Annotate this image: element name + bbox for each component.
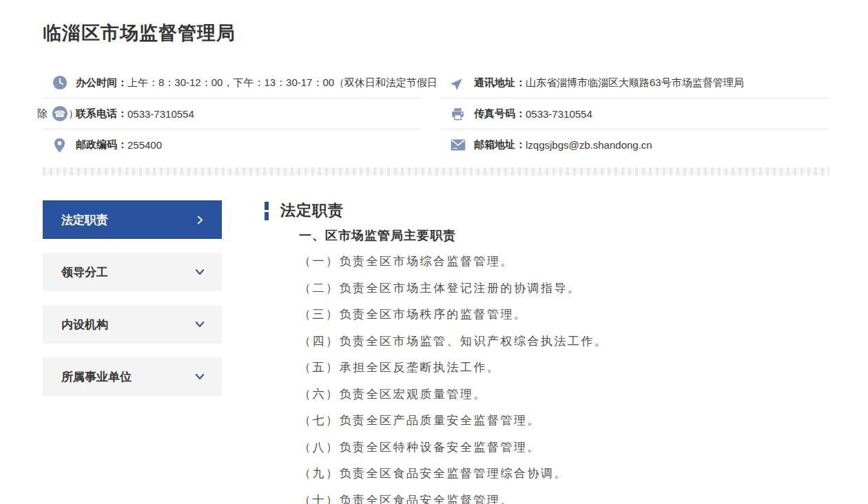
chevron-down-icon <box>194 266 206 278</box>
fax-value: 0533-7310554 <box>526 108 592 120</box>
duty-item: （五）承担全区反垄断执法工作。 <box>299 355 829 381</box>
chevron-down-icon <box>194 370 206 383</box>
chevron-down-icon <box>194 318 206 330</box>
main-content: 法定职责 一、区市场监管局主要职责 （一）负责全区市场综合监督管理。 （二）负责… <box>265 200 829 504</box>
duty-item: （六）负责全区宏观质量管理。 <box>299 381 829 408</box>
sidebar-item-affiliated-units[interactable]: 所属事业单位 <box>43 357 222 396</box>
chevron-right-icon <box>194 214 206 226</box>
sidebar-item-label: 所属事业单位 <box>61 369 132 385</box>
fax-row: 传真号码： 0533-7310554 <box>441 98 829 129</box>
email-row: 邮箱地址： lzqgsjbgs@zb.shandong.cn <box>441 129 829 160</box>
fax-label: 传真号码： <box>474 107 526 120</box>
section-header: 法定职责 <box>265 200 829 221</box>
send-icon <box>450 75 466 91</box>
fax-icon <box>450 106 466 122</box>
duties-list: （一）负责全区市场综合监督管理。 （二）负责全区市场主体登记注册的协调指导。 （… <box>299 249 829 504</box>
clock-icon <box>52 75 68 91</box>
sidebar-item-leadership[interactable]: 领导分工 <box>43 253 222 291</box>
sidebar-item-label: 内设机构 <box>61 317 108 333</box>
section-marker-bar <box>265 202 269 220</box>
phone-label: 联系电话： <box>76 107 127 120</box>
sidebar-nav: 法定职责 领导分工 内设机构 所属事业单位 <box>43 200 222 410</box>
duty-item: （十）负责全区食品安全监督管理。 <box>299 487 829 504</box>
duty-item: （八）负责全区特种设备安全监督管理。 <box>299 434 829 461</box>
office-hours-wrap-prefix: 除 <box>37 107 48 120</box>
duty-item: （四）负责全区市场监管、知识产权综合执法工作。 <box>299 328 829 355</box>
phone-row: 除 ） ☎ 联系电话： 0533-7310554 <box>43 98 422 129</box>
office-hours-row: 办公时间： 上午：8：30-12：00，下午：13：30-17：00（双休日和法… <box>43 67 422 98</box>
phone-value: 0533-7310554 <box>127 108 194 120</box>
sidebar-item-legal-duties[interactable]: 法定职责 <box>43 200 222 239</box>
office-hours-value: 上午：8：30-12：00，下午：13：30-17：00（双休日和法定节假日 <box>127 76 437 90</box>
email-value: lzqgsjbgs@zb.shandong.cn <box>526 139 652 151</box>
section-title: 法定职责 <box>280 200 344 221</box>
address-row: 通讯地址： 山东省淄博市临淄区大顺路63号市场监督管理局 <box>441 67 829 98</box>
office-hours-label: 办公时间： <box>76 76 127 90</box>
sidebar-item-internal-orgs[interactable]: 内设机构 <box>43 305 222 344</box>
sidebar-item-label: 法定职责 <box>61 212 108 228</box>
duty-item: （三）负责全区市场秩序的监督管理。 <box>299 302 829 328</box>
page-title: 临淄区市场监督管理局 <box>43 0 829 45</box>
location-pin-icon <box>52 137 68 153</box>
sidebar-item-label: 领导分工 <box>61 264 108 280</box>
address-label: 通讯地址： <box>474 76 526 90</box>
email-label: 邮箱地址： <box>474 138 526 151</box>
address-value: 山东省淄博市临淄区大顺路63号市场监督管理局 <box>526 76 744 90</box>
duty-item: （一）负责全区市场综合监督管理。 <box>299 249 829 275</box>
duty-item: （二）负责全区市场主体登记注册的协调指导。 <box>299 275 829 302</box>
office-hours-wrap-suffix: ） <box>68 107 79 120</box>
postcode-label: 邮政编码： <box>76 138 127 151</box>
subsection-title: 一、区市场监管局主要职责 <box>299 227 829 244</box>
duty-item: （七）负责全区产品质量安全监督管理。 <box>299 408 829 434</box>
postcode-row: 邮政编码： 255400 <box>43 129 422 160</box>
mail-icon <box>450 137 466 153</box>
duty-item: （九）负责全区食品安全监督管理综合协调。 <box>299 461 829 487</box>
content-area: 法定职责 领导分工 内设机构 所属事业单位 <box>43 200 829 504</box>
postcode-value: 255400 <box>127 139 162 151</box>
phone-icon: ☎ <box>52 106 68 122</box>
striped-divider <box>43 167 829 176</box>
page: 临淄区市场监督管理局 办公时间： 上午：8：30-12：00，下午：13：30-… <box>0 0 868 504</box>
phone-icon-glyph: ☎ <box>52 106 68 121</box>
contact-info-section: 办公时间： 上午：8：30-12：00，下午：13：30-17：00（双休日和法… <box>43 67 829 160</box>
